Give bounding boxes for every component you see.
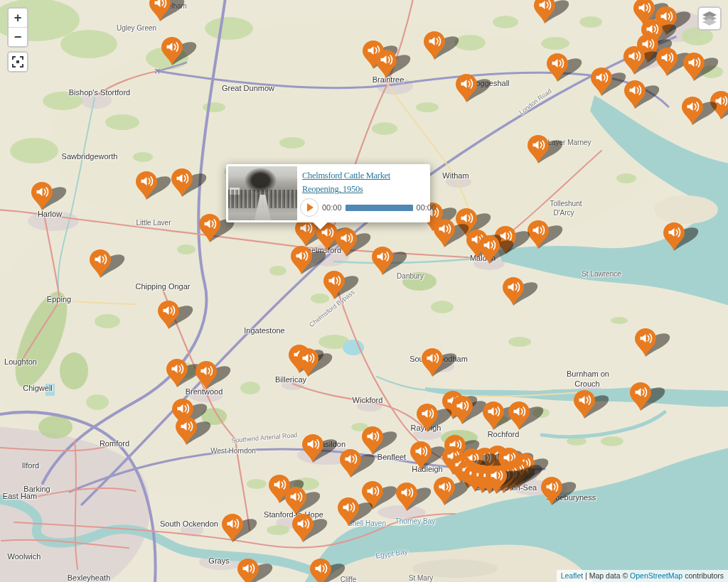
attribution-suffix: contributors	[682, 571, 724, 580]
fullscreen-button[interactable]	[9, 53, 27, 71]
audio-marker[interactable]	[630, 382, 651, 411]
layers-icon	[702, 11, 717, 26]
audio-pin	[623, 46, 645, 75]
audio-pin	[478, 235, 500, 264]
audio-pin	[682, 97, 703, 125]
audio-marker[interactable]	[417, 404, 438, 432]
audio-marker[interactable]	[196, 361, 217, 389]
audio-marker[interactable]	[199, 214, 220, 242]
attribution-bar: Leaflet | Map data © OpenStreetMap contr…	[557, 570, 728, 582]
popup-thumbnail-photo[interactable]	[228, 166, 297, 220]
audio-marker[interactable]	[396, 483, 417, 511]
audio-marker[interactable]	[161, 37, 183, 65]
play-button[interactable]	[300, 198, 318, 217]
audio-marker[interactable]	[656, 48, 678, 76]
audio-pin	[417, 404, 438, 432]
audio-marker[interactable]	[362, 426, 383, 455]
audio-pin	[297, 348, 318, 377]
audio-marker[interactable]	[237, 559, 259, 582]
audio-pin	[372, 247, 393, 275]
audio-marker[interactable]	[291, 246, 312, 274]
audio-marker[interactable]	[297, 348, 318, 377]
audio-marker[interactable]	[285, 487, 306, 515]
audio-marker[interactable]	[424, 31, 445, 60]
audio-marker[interactable]	[292, 514, 314, 542]
audio-marker[interactable]	[483, 402, 504, 430]
audio-marker[interactable]	[683, 53, 705, 81]
audio-marker[interactable]	[171, 168, 193, 197]
audio-marker[interactable]	[372, 247, 393, 275]
audio-pin	[90, 249, 111, 278]
audio-pin	[158, 301, 179, 329]
audio-marker[interactable]	[323, 271, 345, 299]
audio-marker[interactable]	[302, 434, 323, 463]
popup-title-link[interactable]: Chelmsford Cattle Market Reopening, 1950…	[302, 169, 424, 197]
audio-marker[interactable]	[158, 301, 179, 329]
audio-marker[interactable]	[31, 182, 53, 210]
progress-bar[interactable]	[346, 205, 413, 211]
audio-pin	[528, 220, 549, 249]
audio-pin	[166, 359, 188, 387]
audio-pin	[31, 182, 53, 210]
audio-pin	[663, 222, 685, 251]
audio-pin	[136, 171, 157, 200]
audio-marker[interactable]	[451, 396, 473, 424]
audio-marker[interactable]	[534, 0, 555, 23]
audio-marker[interactable]	[635, 328, 656, 357]
audio-pin	[310, 559, 331, 582]
current-time: 00:00	[322, 203, 342, 212]
audio-pin	[656, 48, 678, 76]
audio-marker[interactable]	[375, 50, 397, 78]
audio-marker[interactable]	[624, 80, 646, 109]
audio-marker[interactable]	[149, 0, 171, 21]
audio-marker[interactable]	[541, 477, 562, 505]
zoom-in-button[interactable]: +	[9, 9, 27, 28]
audio-marker[interactable]	[478, 235, 500, 264]
audio-marker[interactable]	[166, 359, 188, 387]
audio-marker[interactable]	[503, 277, 524, 306]
audio-marker[interactable]	[310, 559, 331, 582]
audio-marker[interactable]	[136, 171, 157, 200]
audio-marker[interactable]	[338, 497, 359, 526]
leaflet-map[interactable]: PelhamUgley GreenBishop's StortfordSawbr…	[0, 0, 728, 582]
leaflet-link[interactable]: Leaflet	[561, 571, 584, 580]
audio-marker[interactable]	[591, 68, 612, 96]
audio-marker[interactable]	[682, 97, 703, 125]
audio-marker[interactable]	[422, 348, 443, 377]
audio-marker[interactable]	[222, 514, 243, 542]
osm-link[interactable]: OpenStreetMap	[630, 571, 682, 580]
audio-pin	[222, 514, 243, 542]
audio-marker[interactable]	[623, 46, 645, 75]
audio-pin	[424, 31, 445, 60]
audio-marker[interactable]	[508, 402, 530, 430]
audio-marker[interactable]	[547, 53, 568, 82]
audio-marker[interactable]	[434, 219, 455, 247]
audio-marker[interactable]	[176, 416, 197, 445]
zoom-out-button[interactable]: −	[9, 28, 27, 46]
audio-pin	[508, 402, 530, 430]
audio-marker[interactable]	[663, 222, 685, 251]
audio-pin	[375, 50, 397, 78]
audio-pin	[176, 416, 197, 445]
audio-marker[interactable]	[336, 228, 357, 257]
audio-marker[interactable]	[434, 477, 455, 505]
audio-marker[interactable]	[486, 465, 507, 494]
audio-marker[interactable]	[528, 220, 549, 249]
layers-control[interactable]	[697, 6, 722, 31]
markers-layer	[0, 0, 728, 582]
audio-marker[interactable]	[574, 390, 595, 419]
audio-pin	[547, 53, 568, 82]
attribution-text: | Map data ©	[583, 571, 630, 580]
audio-pin	[434, 219, 455, 247]
audio-marker[interactable]	[340, 449, 361, 478]
audio-pin	[624, 80, 646, 109]
audio-marker[interactable]	[528, 135, 549, 163]
audio-pin	[196, 361, 217, 389]
audio-pin	[323, 271, 345, 299]
audio-pin	[683, 53, 705, 81]
audio-marker[interactable]	[90, 249, 111, 278]
audio-pin	[434, 477, 455, 505]
audio-marker[interactable]	[410, 441, 432, 470]
audio-pin	[338, 497, 359, 526]
audio-marker[interactable]	[456, 74, 477, 102]
